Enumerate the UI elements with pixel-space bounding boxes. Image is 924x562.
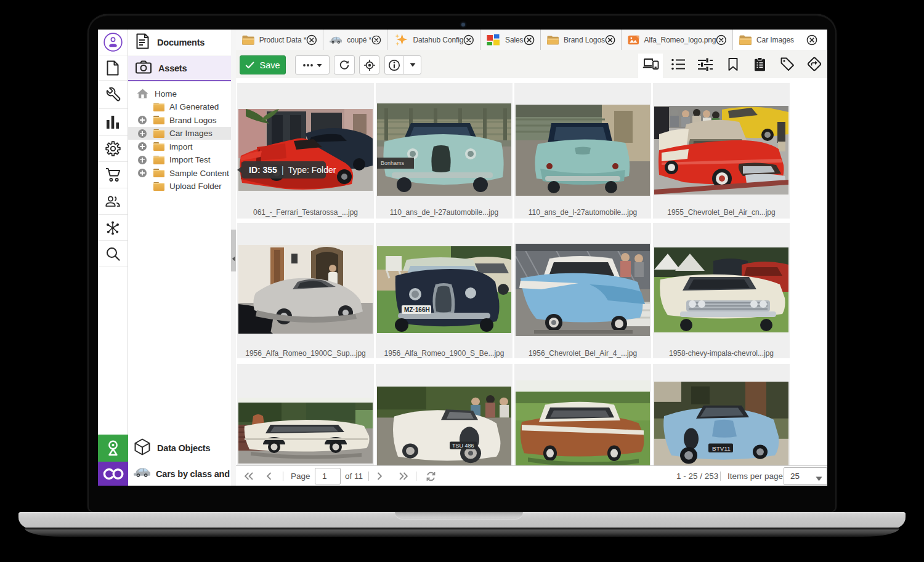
- svg-text:Bonhams: Bonhams: [381, 160, 405, 166]
- svg-text:TSU 486: TSU 486: [452, 443, 474, 449]
- svg-text:MZ·166H: MZ·166H: [404, 307, 430, 313]
- svg-text:BTV11: BTV11: [712, 445, 731, 452]
